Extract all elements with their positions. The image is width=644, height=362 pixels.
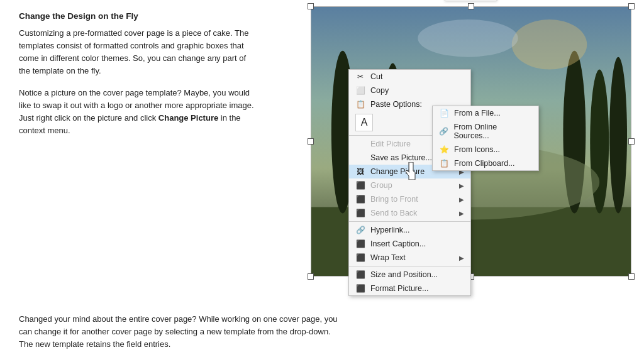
separator-2 [349,221,470,222]
image-container[interactable]: 🎨 Style ✂ Crop ↻ [311,6,631,277]
submenu-from-clipboard[interactable]: 📋 From Clipboard... [433,156,538,170]
handle-mid-left[interactable] [308,138,314,145]
menu-paste-label: Paste Options: [370,100,422,109]
handle-top-left[interactable] [308,3,314,9]
menu-item-group: ⬛ Group ▶ [349,178,470,192]
svg-point-6 [590,70,609,214]
copy-icon: ⬜ [355,86,365,95]
handle-bottom-right[interactable] [628,273,635,280]
menu-item-cut[interactable]: ✂ Cut [349,70,470,84]
menu-hyperlink-label: Hyperlink... [370,226,410,234]
svg-point-10 [512,19,587,70]
bottom-paragraph: Changed your mind about the entire cover… [19,313,346,351]
menu-item-wrap-text[interactable]: ⬛ Wrap Text ▶ [349,251,470,265]
para2-bold: Change Picture [158,113,218,123]
handle-top-mid[interactable] [468,3,474,9]
from-clipboard-icon: 📋 [439,159,449,168]
menu-item-bring-to-front: ⬛ Bring to Front ▶ [349,192,470,206]
image-area: 🎨 Style ✂ Crop ↻ [311,6,631,277]
image-toolbar: 🎨 Style ✂ Crop [445,0,497,1]
hyperlink-icon: 🔗 [355,226,365,234]
menu-item-send-to-back: ⬛ Send to Back ▶ [349,206,470,220]
menu-item-insert-caption[interactable]: ⬛ Insert Caption... [349,237,470,251]
menu-cut-label: Cut [370,72,382,81]
menu-item-copy[interactable]: ⬜ Copy [349,84,470,97]
svg-point-7 [609,57,627,214]
paste-option-1-icon: A [361,117,368,128]
menu-save-as-label: Save as Picture... [370,153,432,162]
menu-item-hyperlink[interactable]: 🔗 Hyperlink... [349,223,470,237]
from-icons-icon: ⭐ [439,145,449,154]
paste-icon: 📋 [355,100,365,109]
submenu-from-file[interactable]: 📄 From a File... [433,106,538,120]
left-panel: Change the Design on the Fly Customizing… [19,11,258,146]
menu-copy-label: Copy [370,86,389,95]
group-icon: ⬛ [355,181,365,190]
from-file-label: From a File... [454,109,501,118]
send-to-back-icon: ⬛ [355,209,365,217]
change-picture-submenu: 📄 From a File... 🔗 From Online Sources..… [432,106,539,171]
paste-option-1[interactable]: A [355,114,373,131]
submenu-from-icons[interactable]: ⭐ From Icons... [433,143,538,156]
menu-bring-to-front-label: Bring to Front [370,195,418,204]
change-picture-icon: 🖼 [355,167,365,176]
bring-to-front-arrow: ▶ [459,196,464,203]
from-online-icon: 🔗 [439,127,449,136]
menu-wrap-text-label: Wrap Text [370,253,406,262]
submenu-from-online[interactable]: 🔗 From Online Sources... [433,120,538,143]
format-picture-icon: ⬛ [355,284,365,293]
from-clipboard-label: From Clipboard... [454,159,515,168]
menu-edit-picture-label: Edit Picture [370,140,411,148]
menu-change-picture-label: Change Picture [370,167,425,176]
context-menu: ✂ Cut ⬜ Copy 📋 Paste Options: A Edit Pic… [348,69,471,296]
section-heading: Change the Design on the Fly [19,11,258,21]
from-file-icon: 📄 [439,109,449,118]
menu-send-to-back-label: Send to Back [370,209,417,217]
from-online-label: From Online Sources... [454,123,533,140]
svg-point-5 [563,51,586,214]
handle-bottom-left[interactable] [308,273,314,280]
menu-item-format-picture[interactable]: ⬛ Format Picture... [349,282,470,295]
handle-top-right[interactable] [628,3,635,9]
insert-caption-icon: ⬛ [355,239,365,248]
send-to-back-arrow: ▶ [459,210,464,217]
size-position-icon: ⬛ [355,270,365,279]
svg-point-11 [418,19,518,57]
cut-icon: ✂ [355,72,365,81]
menu-size-position-label: Size and Position... [370,270,438,279]
handle-mid-right[interactable] [628,138,635,145]
menu-group-label: Group [370,181,392,190]
separator-3 [349,266,470,266]
wrap-text-icon: ⬛ [355,253,365,262]
menu-format-picture-label: Format Picture... [370,284,428,293]
from-icons-label: From Icons... [454,145,500,154]
paragraph-1: Customizing a pre-formatted cover page i… [19,27,258,78]
bring-to-front-icon: ⬛ [355,195,365,204]
paragraph-2: Notice a picture on the cover page templ… [19,87,258,138]
menu-insert-caption-label: Insert Caption... [370,239,426,248]
wrap-text-arrow: ▶ [459,255,464,261]
group-arrow: ▶ [459,182,464,189]
menu-item-size-position[interactable]: ⬛ Size and Position... [349,268,470,282]
